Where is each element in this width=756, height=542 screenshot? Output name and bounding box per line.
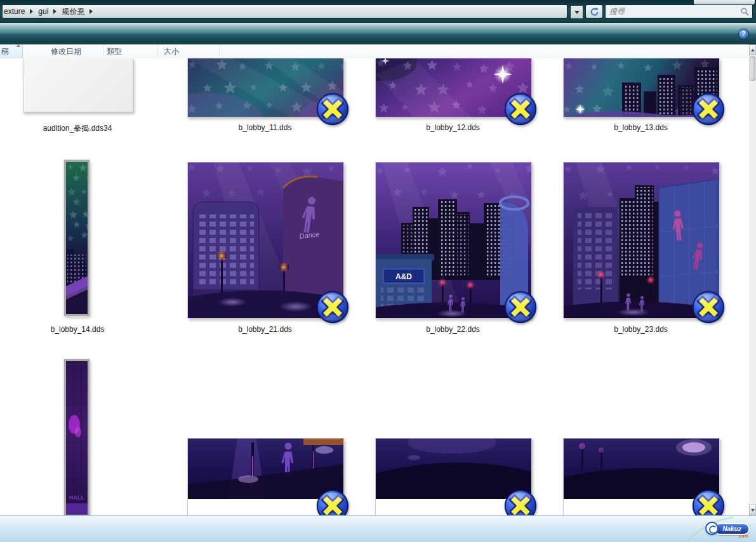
address-history-dropdown-button[interactable] (570, 5, 583, 19)
address-bar-row: exture gui 规价惷 (0, 0, 756, 23)
column-divider[interactable] (157, 45, 158, 58)
svg-text:HALL: HALL (69, 494, 84, 501)
arrow-up-icon (751, 49, 755, 51)
arrow-down-icon (751, 509, 755, 512)
address-breadcrumb-bar[interactable]: exture gui 规价惷 (2, 4, 567, 18)
file-name-label: b_lobby_23.dds (563, 325, 719, 334)
b-lobby-14-thumbnail (66, 162, 88, 314)
breadcrumb-segment[interactable]: exture (3, 7, 28, 16)
breadcrumb-segment[interactable]: gui (35, 7, 51, 16)
dds-file-overlay-icon (316, 93, 349, 126)
file-name-label: b_lobby_21.dds (187, 325, 343, 334)
help-button[interactable]: ? (738, 29, 749, 39)
column-header-name-label: 稱 (1, 46, 9, 57)
breadcrumb-arrow-icon[interactable] (53, 9, 56, 14)
file-tile-partial-strip[interactable]: HALL (64, 359, 90, 515)
file-tile-audition[interactable] (23, 58, 133, 112)
toolbar-band (0, 23, 756, 44)
breadcrumb-arrow-icon[interactable] (30, 9, 33, 14)
file-name-label: b_lobby_22.dds (375, 325, 531, 334)
breadcrumb-arrow-icon[interactable] (90, 9, 93, 14)
chevron-down-icon (574, 11, 580, 14)
column-header-name[interactable]: 稱 (0, 44, 23, 58)
search-box[interactable] (605, 4, 753, 18)
svg-text:A&D: A&D (395, 272, 412, 281)
column-divider[interactable] (219, 45, 220, 58)
dds-file-overlay-icon (692, 291, 725, 324)
column-headers: 稱 修改日期 類型 大小 (0, 44, 749, 59)
dds-file-overlay-icon (692, 93, 725, 126)
search-icon[interactable] (740, 7, 750, 17)
column-header-type[interactable]: 類型 (107, 46, 122, 57)
sort-ascending-icon (16, 44, 21, 47)
hall-strip-thumbnail: HALL (66, 361, 88, 515)
dds-file-overlay-icon (316, 489, 349, 515)
dds-file-overlay-icon (504, 93, 537, 126)
nakuz-logo-icon (705, 522, 719, 535)
dds-file-overlay-icon (504, 291, 537, 324)
dds-file-overlay-icon (504, 489, 537, 515)
window-controls[interactable] (694, 0, 755, 4)
nakuz-watermark: Nakuz .com (705, 522, 750, 538)
search-input[interactable] (608, 6, 738, 17)
file-name-label: audition_拳揭.dds34 (23, 123, 132, 134)
nakuz-domain-suffix: .com (738, 534, 748, 538)
column-header-size[interactable]: 大小 (164, 46, 179, 57)
file-grid: audition_拳揭.dds34 b_lobby_11.dds (0, 58, 749, 515)
scrollbar-thumb[interactable] (750, 56, 755, 81)
scrollbar-down-button[interactable] (749, 505, 756, 515)
breadcrumb-segment[interactable]: 规价惷 (58, 6, 88, 17)
dds-file-overlay-icon (316, 291, 349, 324)
column-divider[interactable] (103, 45, 104, 58)
explorer-window: exture gui 规价惷 ? 稱 (0, 0, 756, 542)
scrollbar-up-button[interactable] (749, 44, 756, 55)
dds-file-overlay-icon (692, 489, 725, 515)
refresh-icon (590, 7, 599, 17)
refresh-button[interactable] (585, 4, 603, 18)
file-name-label: b_lobby_14.dds (23, 325, 132, 334)
status-bar: Nakuz .com (0, 515, 756, 542)
column-header-date[interactable]: 修改日期 (51, 46, 81, 57)
vertical-scrollbar[interactable] (749, 44, 756, 515)
file-tile-b-lobby-14[interactable] (64, 160, 90, 316)
